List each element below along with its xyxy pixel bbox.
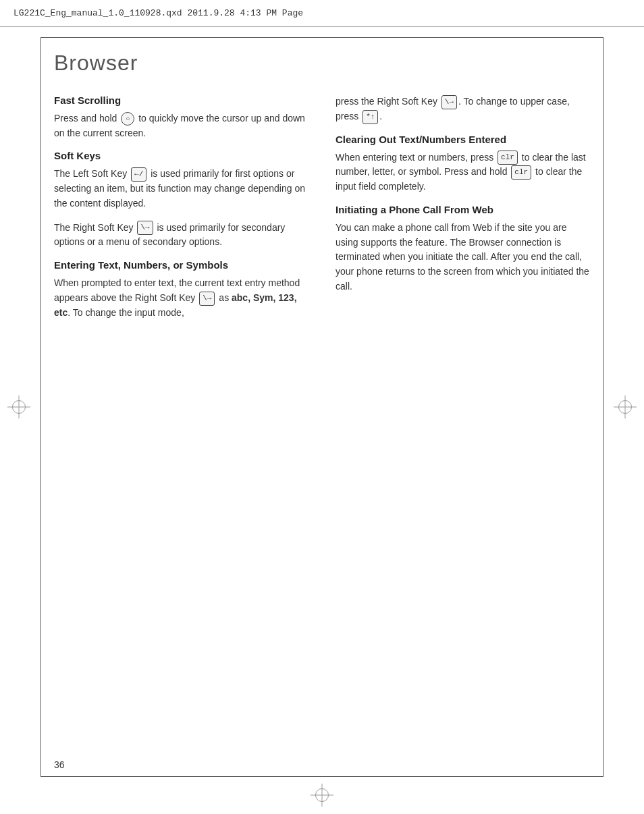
right-soft-key-icon: \→ <box>137 221 153 235</box>
soft-keys-left-text: The Left Soft Key ←/ is used primarily f… <box>54 167 308 211</box>
heading-entering-text: Entering Text, Numbers, or Symbols <box>54 259 308 271</box>
border-left <box>41 37 41 777</box>
section-fast-scrolling: Fast Scrolling Press and hold ○ to quick… <box>54 94 308 140</box>
nav-key-icon: ○ <box>121 112 134 126</box>
header-bar: LG221C_Eng_manual_1.0_110928.qxd 2011.9.… <box>0 0 644 27</box>
reg-mark-left <box>12 400 26 414</box>
heading-fast-scrolling: Fast Scrolling <box>54 94 308 106</box>
right-soft-key-icon-2: \→ <box>199 292 215 306</box>
left-column: Fast Scrolling Press and hold ○ to quick… <box>54 94 308 329</box>
initiating-call-body: You can make a phone call from Web if th… <box>336 221 590 294</box>
input-modes: abc, Sym, 123, etc <box>54 292 297 318</box>
heading-initiating-call: Initiating a Phone Call From Web <box>336 204 590 215</box>
right-column: press the Right Soft Key \→. To change t… <box>336 94 590 329</box>
clearing-text-body: When entering text or numbers, press clr… <box>336 151 590 194</box>
heading-clearing-text: Clearing Out Text/Numbers Entered <box>336 134 590 145</box>
reg-mark-bottom <box>315 788 329 802</box>
border-right <box>603 37 603 777</box>
section-entering-text: Entering Text, Numbers, or Symbols When … <box>54 259 308 320</box>
content-area: Browser Fast Scrolling Press and hold ○ … <box>54 51 590 760</box>
two-column-layout: Fast Scrolling Press and hold ○ to quick… <box>54 94 590 329</box>
section-clearing-text: Clearing Out Text/Numbers Entered When e… <box>336 134 590 194</box>
header-text: LG221C_Eng_manual_1.0_110928.qxd 2011.9.… <box>14 8 303 18</box>
heading-soft-keys: Soft Keys <box>54 150 308 161</box>
fast-scrolling-text: Press and hold ○ to quickly move the cur… <box>54 111 308 140</box>
section-soft-keys: Soft Keys The Left Soft Key ←/ is used p… <box>54 150 308 250</box>
border-bottom <box>41 776 603 777</box>
page-number: 36 <box>54 759 65 770</box>
left-soft-key-icon: ←/ <box>131 167 146 182</box>
right-soft-key-icon-3: \→ <box>441 95 457 109</box>
shift-key-icon: *↑ <box>363 110 378 124</box>
page-title: Browser <box>54 51 590 76</box>
section-input-mode-cont: press the Right Soft Key \→. To change t… <box>336 94 590 124</box>
border-top <box>41 37 603 38</box>
soft-keys-right-text: The Right Soft Key \→ is used primarily … <box>54 221 308 250</box>
clear-key-icon: clr <box>498 151 518 165</box>
entering-text-body: When prompted to enter text, the current… <box>54 276 308 320</box>
page-container: LG221C_Eng_manual_1.0_110928.qxd 2011.9.… <box>0 0 644 814</box>
section-initiating-call: Initiating a Phone Call From Web You can… <box>336 204 590 294</box>
clear-key-icon-2: clr <box>511 165 531 180</box>
reg-mark-right <box>618 400 632 414</box>
input-mode-cont-text: press the Right Soft Key \→. To change t… <box>336 94 590 124</box>
